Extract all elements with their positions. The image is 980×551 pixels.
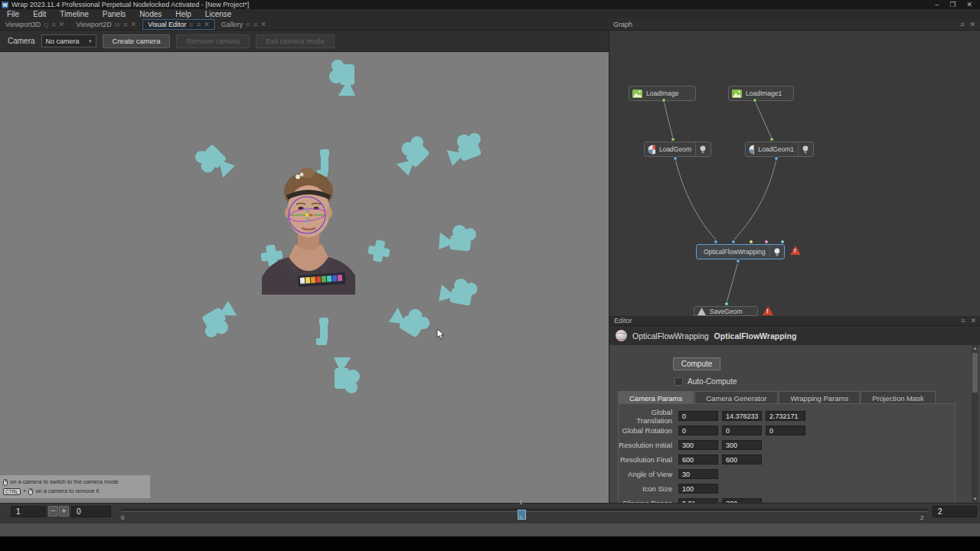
- camera-icon[interactable]: [334, 357, 360, 393]
- camera-icon[interactable]: [390, 132, 433, 176]
- panel-close-icon[interactable]: ✕: [970, 317, 976, 324]
- tab-close-icon[interactable]: ✕: [260, 21, 266, 28]
- tab-close-icon[interactable]: ✕: [131, 21, 137, 28]
- camera-icon[interactable]: [317, 149, 329, 177]
- output-port[interactable]: [662, 98, 666, 103]
- range-end-input[interactable]: [933, 506, 977, 517]
- timeline-bar: − + 1 0 1 2: [0, 503, 980, 523]
- input-port[interactable]: [749, 240, 753, 244]
- camera-icon[interactable]: [316, 318, 328, 345]
- compute-button[interactable]: Compute: [673, 357, 720, 370]
- panel-menu-icon[interactable]: ≡: [960, 21, 964, 28]
- node-loadgeom[interactable]: LoadGeom: [644, 142, 711, 157]
- timeline-track[interactable]: [121, 508, 928, 512]
- node-visibility-bulb-icon[interactable]: [769, 245, 780, 259]
- menu-file[interactable]: File: [0, 9, 26, 19]
- frame-offset-input[interactable]: [71, 506, 111, 517]
- tab-gallery[interactable]: Gallery R ≡ ✕: [216, 19, 273, 30]
- node-graph-panel[interactable]: LoadImage LoadImage1 LoadGeom: [609, 31, 980, 316]
- camera-icon[interactable]: [329, 60, 355, 96]
- scroll-up-icon[interactable]: ▲: [972, 345, 978, 352]
- node-label: LoadImage: [646, 90, 679, 97]
- param-field[interactable]: [678, 411, 718, 421]
- camera-icon[interactable]: [367, 239, 391, 263]
- minimize-button[interactable]: –: [935, 0, 939, 9]
- param-field[interactable]: [722, 411, 762, 421]
- output-port[interactable]: [753, 98, 757, 103]
- param-field[interactable]: [722, 455, 762, 465]
- input-port[interactable]: [724, 302, 729, 306]
- head-scan-model[interactable]: [262, 168, 355, 295]
- menu-edit[interactable]: Edit: [26, 9, 53, 19]
- tab-visual-editor[interactable]: Visual Editor E ≡ ✕: [142, 19, 216, 30]
- camera-icon[interactable]: [197, 301, 241, 341]
- node-savegeom[interactable]: SaveGeom: [694, 306, 758, 316]
- input-port[interactable]: [764, 240, 769, 244]
- param-field[interactable]: [766, 411, 805, 421]
- param-field[interactable]: [722, 425, 762, 435]
- input-port[interactable]: [714, 240, 718, 244]
- mouse-click-icon: [28, 488, 33, 495]
- node-visibility-bulb-icon[interactable]: [695, 142, 706, 156]
- tab-menu-icon[interactable]: ≡: [52, 21, 56, 28]
- exit-camera-mode-button[interactable]: Exit camera mode: [256, 34, 335, 48]
- node-loadimage1[interactable]: LoadImage1: [728, 86, 794, 101]
- panel-close-icon[interactable]: ✕: [969, 21, 975, 28]
- camera-icon[interactable]: [439, 223, 477, 253]
- camera-icon[interactable]: [439, 276, 479, 308]
- node-visibility-bulb-icon[interactable]: [798, 142, 808, 156]
- param-field[interactable]: [678, 484, 718, 494]
- output-port[interactable]: [774, 156, 779, 161]
- editor-scrollbar[interactable]: ▲ ▼: [972, 345, 978, 503]
- scroll-down-icon[interactable]: ▼: [972, 496, 978, 503]
- create-camera-button[interactable]: Create camera: [103, 34, 171, 48]
- param-field[interactable]: [678, 425, 718, 435]
- tab-viewport3d[interactable]: Viewport3D Q ≡ ✕: [0, 19, 70, 30]
- camera-hint-tooltip: on a camera to switch to the camera mode…: [0, 475, 150, 498]
- node-loadgeom1[interactable]: LoadGeom1: [745, 142, 814, 157]
- graph-panel-title: Graph: [613, 21, 632, 28]
- hint-line2: on a camera to remove it: [35, 487, 99, 496]
- frame-decrement-button[interactable]: −: [48, 506, 58, 517]
- input-port[interactable]: [780, 240, 785, 244]
- frame-increment-button[interactable]: +: [59, 506, 69, 517]
- menu-panels[interactable]: Panels: [96, 9, 133, 19]
- param-field[interactable]: [678, 455, 718, 465]
- node-opticalflowwrapping[interactable]: OpticalFlowWrapping: [696, 244, 785, 259]
- tab-menu-icon[interactable]: ≡: [253, 21, 257, 28]
- auto-compute-checkbox[interactable]: [675, 377, 683, 386]
- camera-icon[interactable]: [443, 129, 486, 166]
- input-port[interactable]: [731, 240, 736, 244]
- frame-value-input[interactable]: [11, 506, 46, 517]
- scrollbar-thumb[interactable]: [972, 353, 978, 393]
- viewport-3d-canvas[interactable]: on a camera to switch to the camera mode…: [0, 52, 609, 503]
- remove-camera-button[interactable]: Remove camera: [176, 34, 250, 48]
- camera-dropdown[interactable]: No camera ▾: [41, 34, 96, 47]
- tab-menu-icon[interactable]: ≡: [197, 21, 201, 28]
- param-field[interactable]: [678, 469, 718, 479]
- tab-close-icon[interactable]: ✕: [59, 21, 65, 28]
- menu-nodes[interactable]: Nodes: [132, 9, 168, 19]
- input-port[interactable]: [671, 137, 675, 142]
- camera-icon[interactable]: [191, 140, 235, 184]
- tab-close-icon[interactable]: ✕: [204, 21, 210, 28]
- camera-icon[interactable]: [389, 300, 433, 341]
- bottom-black-strip: [0, 536, 980, 551]
- output-port[interactable]: [673, 156, 678, 161]
- wrapping-icon: [616, 330, 627, 341]
- menu-help[interactable]: Help: [168, 9, 198, 19]
- menu-timeline[interactable]: Timeline: [53, 9, 95, 19]
- input-port[interactable]: [769, 137, 774, 142]
- param-field[interactable]: [766, 425, 805, 435]
- maximize-button[interactable]: ❐: [949, 0, 956, 9]
- tab-viewport2d[interactable]: Viewport2D W ≡ ✕: [70, 19, 142, 30]
- tab-menu-icon[interactable]: ≡: [123, 21, 127, 28]
- menu-license[interactable]: License: [198, 9, 238, 19]
- panel-menu-icon[interactable]: ≡: [961, 317, 965, 324]
- param-field[interactable]: [722, 440, 762, 450]
- node-label: OpticalFlowWrapping: [704, 248, 766, 256]
- output-port[interactable]: [736, 259, 740, 263]
- close-button[interactable]: ✕: [966, 0, 972, 9]
- param-field[interactable]: [678, 440, 718, 450]
- app-logo-icon: W: [2, 2, 8, 8]
